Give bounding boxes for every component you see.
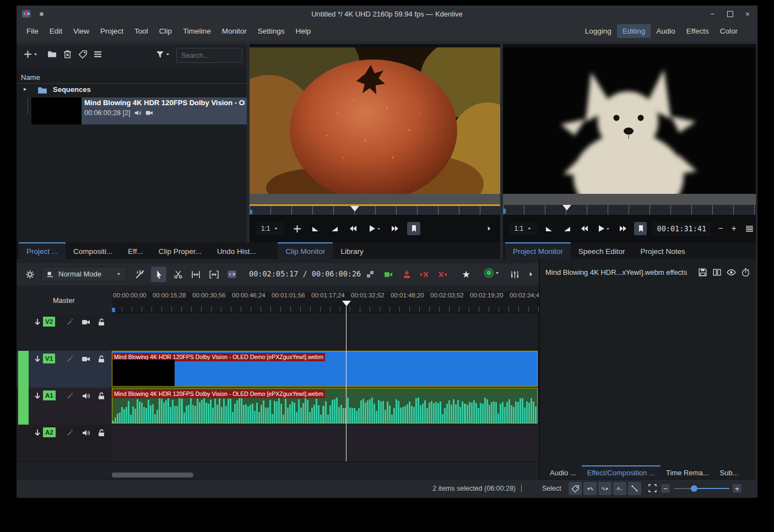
clip-monitor-ruler[interactable] xyxy=(250,206,500,215)
tab-effects[interactable]: Eff... xyxy=(120,242,151,259)
expand-arrow-icon[interactable]: ▸ xyxy=(24,85,27,93)
timeline-audio-clip[interactable]: Mind Blowing 4K HDR 120FPS Dolby Vision … xyxy=(112,388,538,424)
lock-icon[interactable] xyxy=(97,355,106,363)
timeline-playhead-line[interactable] xyxy=(346,306,347,462)
selection-tool-button[interactable] xyxy=(151,267,166,282)
mute-track-icon[interactable] xyxy=(82,392,90,400)
bin-clip-row[interactable]: Mind Blowing 4K HDR 120FPS Dolby Vision … xyxy=(17,97,247,124)
tab-time-remap[interactable]: Time Rema... xyxy=(661,465,715,479)
track-label-v1[interactable]: V1 xyxy=(43,354,55,363)
stopwatch-icon[interactable] xyxy=(741,268,750,277)
extract-zone-button[interactable] xyxy=(418,268,431,281)
lift-zone-button[interactable] xyxy=(436,268,449,281)
menu-clip[interactable]: Clip xyxy=(154,22,177,41)
target-track-icon[interactable] xyxy=(33,428,42,437)
menu-view[interactable]: View xyxy=(68,22,95,41)
timeline-ruler[interactable]: 00:00:00;00 00:00:15;28 00:00:30;56 00:0… xyxy=(112,292,539,313)
resize-mode-button[interactable] xyxy=(628,482,641,495)
play-button[interactable] xyxy=(596,222,612,235)
target-track-icon[interactable] xyxy=(33,318,42,327)
bin-create-folder-button[interactable] xyxy=(47,50,57,59)
timeline-adjust-button[interactable] xyxy=(508,268,521,281)
timeline-scrollbar[interactable] xyxy=(112,473,193,477)
tab-undo-history[interactable]: Undo Hist... xyxy=(209,242,264,259)
track-lane-a2[interactable] xyxy=(112,425,539,462)
rewind-button[interactable] xyxy=(347,222,360,235)
forward-button[interactable] xyxy=(616,222,630,235)
zone-in-button[interactable] xyxy=(543,222,556,235)
track-header-v1[interactable]: V1 xyxy=(17,351,112,388)
menu-project[interactable]: Project xyxy=(95,22,129,41)
clip-monitor-zoom-select[interactable]: 1:1 xyxy=(255,221,285,236)
lock-icon[interactable] xyxy=(97,428,106,437)
compare-split-icon[interactable] xyxy=(712,268,722,277)
project-monitor-zoom-select[interactable]: 1:1 xyxy=(508,221,538,236)
spacer-tool-button[interactable] xyxy=(189,268,202,281)
tab-subtitles[interactable]: Sub... xyxy=(715,465,744,479)
zone-in-button[interactable] xyxy=(309,222,322,235)
menu-tool[interactable]: Tool xyxy=(129,22,154,41)
save-effect-stack-icon[interactable] xyxy=(698,268,707,277)
hide-video-icon[interactable] xyxy=(82,318,90,327)
workspace-audio[interactable]: Audio xyxy=(651,24,681,38)
video-icon[interactable] xyxy=(145,109,153,117)
hide-video-icon[interactable] xyxy=(82,355,90,363)
bin-tag-button[interactable] xyxy=(78,50,88,59)
mix-clips-button[interactable] xyxy=(133,268,147,281)
menu-help[interactable]: Help xyxy=(290,22,316,41)
timecode-decrement-button[interactable]: − xyxy=(716,222,725,235)
menu-settings[interactable]: Settings xyxy=(252,22,290,41)
bin-filter-button[interactable] xyxy=(155,50,171,59)
overwrite-zone-button[interactable] xyxy=(400,268,413,281)
track-label-a2[interactable]: A2 xyxy=(43,427,56,437)
timeline-mode-select[interactable]: Normal Mode xyxy=(41,267,127,281)
workspace-effects[interactable]: Effects xyxy=(681,24,715,38)
zone-out-button[interactable] xyxy=(560,222,573,235)
track-label-v2[interactable]: V2 xyxy=(43,317,55,327)
thumbnails-mode-button[interactable]: A.. xyxy=(613,482,626,495)
clip-monitor-playhead[interactable] xyxy=(350,206,359,211)
tag-filter-button[interactable] xyxy=(569,482,582,495)
master-button[interactable]: Master xyxy=(53,296,75,305)
zone-out-button[interactable] xyxy=(328,222,341,235)
tab-clip-properties[interactable]: Clip Proper... xyxy=(151,242,209,259)
monitor-menu-button[interactable] xyxy=(743,222,756,235)
project-monitor-video[interactable] xyxy=(503,47,756,194)
lock-icon[interactable] xyxy=(97,318,106,327)
track-label-a1[interactable]: A1 xyxy=(43,390,56,400)
close-button[interactable]: × xyxy=(741,8,754,20)
clip-monitor-video[interactable] xyxy=(250,47,500,194)
menu-monitor[interactable]: Monitor xyxy=(216,22,252,41)
preview-render-button[interactable] xyxy=(484,268,500,278)
previous-keyframe-button[interactable] xyxy=(583,482,597,495)
mixer-button[interactable] xyxy=(225,268,239,281)
timeline-video-clip[interactable]: Mind Blowing 4K HDR 120FPS Dolby Vision … xyxy=(112,351,538,387)
bin-name-header[interactable]: Name xyxy=(17,72,247,84)
tab-project-bin[interactable]: Project ... xyxy=(19,242,66,259)
workspace-color[interactable]: Color xyxy=(715,24,743,38)
mute-track-icon[interactable] xyxy=(82,428,90,437)
track-effects-icon[interactable] xyxy=(66,392,74,400)
marker-button[interactable] xyxy=(634,222,647,235)
mixed-audio-video-button[interactable] xyxy=(364,268,377,281)
zoom-slider-handle[interactable] xyxy=(691,485,697,492)
zoom-out-button[interactable]: − xyxy=(661,484,670,493)
bin-search-input[interactable] xyxy=(176,48,242,63)
track-effects-icon[interactable] xyxy=(66,355,74,363)
project-monitor-ruler[interactable] xyxy=(503,205,756,215)
tab-audio-mixer[interactable]: Audio ... xyxy=(544,465,582,479)
play-button[interactable] xyxy=(365,222,383,235)
next-keyframe-button[interactable] xyxy=(598,482,611,495)
project-monitor-playhead[interactable] xyxy=(562,205,571,210)
track-lane-a1[interactable]: Mind Blowing 4K HDR 120FPS Dolby Vision … xyxy=(112,388,539,425)
target-track-icon[interactable] xyxy=(33,355,42,363)
timeline-settings-button[interactable] xyxy=(23,268,36,281)
tab-effect-composition[interactable]: Effect/Composition ... xyxy=(582,465,661,479)
razor-tool-button[interactable] xyxy=(171,268,185,281)
bin-add-button[interactable] xyxy=(23,50,39,59)
timecode-increment-button[interactable]: + xyxy=(729,222,738,235)
timeline-toolbar-overflow[interactable] xyxy=(527,268,535,281)
track-lane-v1[interactable]: Mind Blowing 4K HDR 120FPS Dolby Vision … xyxy=(112,351,539,388)
rewind-button[interactable] xyxy=(578,222,591,235)
track-effects-icon[interactable] xyxy=(66,318,74,326)
